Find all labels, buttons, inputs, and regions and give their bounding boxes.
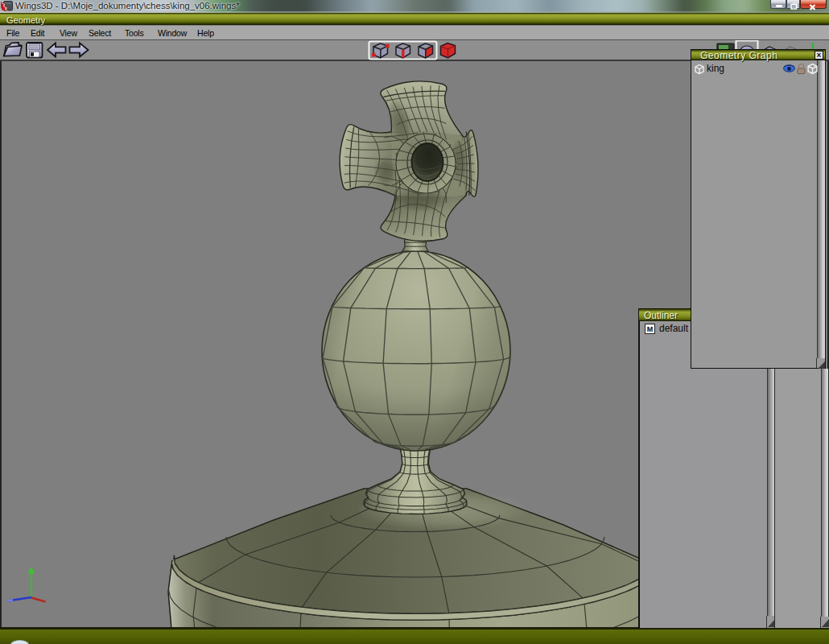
svg-text:M: M <box>647 325 654 333</box>
